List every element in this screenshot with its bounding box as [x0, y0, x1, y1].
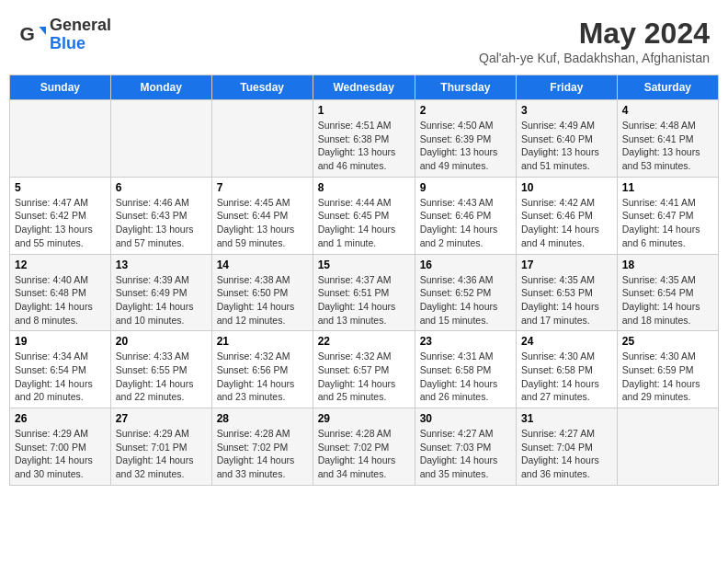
calendar-day-cell: 12Sunrise: 4:40 AM Sunset: 6:48 PM Dayli…	[10, 254, 111, 331]
day-number: 31	[521, 412, 612, 425]
calendar-day-cell: 21Sunrise: 4:32 AM Sunset: 6:56 PM Dayli…	[211, 331, 313, 408]
logo-icon: G	[18, 21, 46, 49]
weekday-header-cell: Saturday	[617, 75, 718, 100]
calendar-week-row: 5Sunrise: 4:47 AM Sunset: 6:42 PM Daylig…	[10, 177, 719, 254]
weekday-header-cell: Monday	[110, 75, 211, 100]
day-number: 5	[15, 181, 106, 194]
day-number: 12	[15, 259, 106, 271]
calendar-day-cell: 2Sunrise: 4:50 AM Sunset: 6:39 PM Daylig…	[415, 100, 516, 178]
day-info: Sunrise: 4:30 AM Sunset: 6:59 PM Dayligh…	[622, 350, 713, 404]
calendar-day-cell	[617, 408, 718, 486]
day-number: 11	[622, 181, 713, 194]
calendar-day-cell: 22Sunrise: 4:32 AM Sunset: 6:57 PM Dayli…	[313, 331, 415, 408]
day-number: 6	[116, 181, 207, 194]
calendar-day-cell	[10, 100, 111, 178]
weekday-header-cell: Sunday	[10, 75, 111, 100]
day-info: Sunrise: 4:27 AM Sunset: 7:04 PM Dayligh…	[521, 427, 612, 481]
calendar-day-cell: 19Sunrise: 4:34 AM Sunset: 6:54 PM Dayli…	[10, 331, 111, 408]
day-info: Sunrise: 4:44 AM Sunset: 6:45 PM Dayligh…	[318, 196, 410, 250]
day-number: 21	[217, 335, 308, 348]
calendar-day-cell: 10Sunrise: 4:42 AM Sunset: 6:46 PM Dayli…	[517, 177, 618, 254]
day-info: Sunrise: 4:38 AM Sunset: 6:50 PM Dayligh…	[217, 273, 308, 327]
svg-text:G: G	[20, 23, 35, 44]
calendar-day-cell: 11Sunrise: 4:41 AM Sunset: 6:47 PM Dayli…	[617, 177, 718, 254]
day-number: 23	[420, 335, 511, 348]
calendar-day-cell: 25Sunrise: 4:30 AM Sunset: 6:59 PM Dayli…	[617, 331, 718, 408]
calendar-day-cell: 6Sunrise: 4:46 AM Sunset: 6:43 PM Daylig…	[110, 177, 211, 254]
day-info: Sunrise: 4:27 AM Sunset: 7:03 PM Dayligh…	[420, 427, 511, 481]
day-info: Sunrise: 4:28 AM Sunset: 7:02 PM Dayligh…	[217, 427, 308, 481]
calendar-day-cell	[110, 100, 211, 178]
day-info: Sunrise: 4:35 AM Sunset: 6:53 PM Dayligh…	[521, 273, 612, 327]
calendar-day-cell: 20Sunrise: 4:33 AM Sunset: 6:55 PM Dayli…	[110, 331, 211, 408]
day-info: Sunrise: 4:32 AM Sunset: 6:57 PM Dayligh…	[318, 350, 410, 404]
calendar-day-cell: 1Sunrise: 4:51 AM Sunset: 6:38 PM Daylig…	[313, 100, 415, 178]
day-info: Sunrise: 4:28 AM Sunset: 7:02 PM Dayligh…	[318, 427, 410, 481]
day-number: 29	[318, 412, 410, 425]
day-info: Sunrise: 4:39 AM Sunset: 6:49 PM Dayligh…	[116, 273, 207, 327]
day-info: Sunrise: 4:50 AM Sunset: 6:39 PM Dayligh…	[420, 119, 511, 173]
calendar-day-cell: 18Sunrise: 4:35 AM Sunset: 6:54 PM Dayli…	[617, 254, 718, 331]
day-number: 30	[420, 412, 511, 425]
day-info: Sunrise: 4:40 AM Sunset: 6:48 PM Dayligh…	[15, 273, 106, 327]
day-info: Sunrise: 4:33 AM Sunset: 6:55 PM Dayligh…	[116, 350, 207, 404]
day-number: 3	[521, 104, 612, 117]
day-number: 8	[318, 181, 410, 194]
day-number: 18	[622, 259, 713, 271]
day-info: Sunrise: 4:35 AM Sunset: 6:54 PM Dayligh…	[622, 273, 713, 327]
day-info: Sunrise: 4:30 AM Sunset: 6:58 PM Dayligh…	[521, 350, 612, 404]
calendar-week-row: 19Sunrise: 4:34 AM Sunset: 6:54 PM Dayli…	[10, 331, 719, 408]
calendar-day-cell: 15Sunrise: 4:37 AM Sunset: 6:51 PM Dayli…	[313, 254, 415, 331]
month-year-title: May 2024	[479, 17, 710, 51]
day-number: 9	[420, 181, 511, 194]
calendar-day-cell: 23Sunrise: 4:31 AM Sunset: 6:58 PM Dayli…	[415, 331, 516, 408]
page-header: G General Blue May 2024 Qal'ah-ye Kuf, B…	[9, 9, 719, 69]
weekday-header-cell: Thursday	[415, 75, 516, 100]
day-info: Sunrise: 4:41 AM Sunset: 6:47 PM Dayligh…	[622, 196, 713, 250]
calendar-day-cell: 28Sunrise: 4:28 AM Sunset: 7:02 PM Dayli…	[211, 408, 313, 486]
weekday-header-cell: Tuesday	[211, 75, 313, 100]
day-number: 22	[318, 335, 410, 348]
calendar-week-row: 1Sunrise: 4:51 AM Sunset: 6:38 PM Daylig…	[10, 100, 719, 178]
day-number: 1	[318, 104, 410, 117]
calendar-day-cell: 7Sunrise: 4:45 AM Sunset: 6:44 PM Daylig…	[211, 177, 313, 254]
day-info: Sunrise: 4:36 AM Sunset: 6:52 PM Dayligh…	[420, 273, 511, 327]
day-number: 26	[15, 412, 106, 425]
calendar-day-cell: 8Sunrise: 4:44 AM Sunset: 6:45 PM Daylig…	[313, 177, 415, 254]
day-number: 19	[15, 335, 106, 348]
calendar-day-cell: 14Sunrise: 4:38 AM Sunset: 6:50 PM Dayli…	[211, 254, 313, 331]
title-block: May 2024 Qal'ah-ye Kuf, Badakhshan, Afgh…	[479, 17, 710, 65]
day-info: Sunrise: 4:34 AM Sunset: 6:54 PM Dayligh…	[15, 350, 106, 404]
logo-general-text: General	[50, 17, 111, 35]
calendar-day-cell	[211, 100, 313, 178]
day-number: 2	[420, 104, 511, 117]
day-number: 10	[521, 181, 612, 194]
day-number: 27	[116, 412, 207, 425]
day-number: 25	[622, 335, 713, 348]
calendar-day-cell: 29Sunrise: 4:28 AM Sunset: 7:02 PM Dayli…	[313, 408, 415, 486]
day-number: 7	[217, 181, 308, 194]
calendar-day-cell: 24Sunrise: 4:30 AM Sunset: 6:58 PM Dayli…	[517, 331, 618, 408]
day-number: 28	[217, 412, 308, 425]
day-number: 13	[116, 259, 207, 271]
day-info: Sunrise: 4:29 AM Sunset: 7:01 PM Dayligh…	[116, 427, 207, 481]
day-info: Sunrise: 4:46 AM Sunset: 6:43 PM Dayligh…	[116, 196, 207, 250]
calendar-day-cell: 17Sunrise: 4:35 AM Sunset: 6:53 PM Dayli…	[517, 254, 618, 331]
day-number: 17	[521, 259, 612, 271]
calendar-day-cell: 30Sunrise: 4:27 AM Sunset: 7:03 PM Dayli…	[415, 408, 516, 486]
day-number: 14	[217, 259, 308, 271]
day-number: 20	[116, 335, 207, 348]
day-info: Sunrise: 4:48 AM Sunset: 6:41 PM Dayligh…	[622, 119, 713, 173]
calendar-day-cell: 16Sunrise: 4:36 AM Sunset: 6:52 PM Dayli…	[415, 254, 516, 331]
day-info: Sunrise: 4:29 AM Sunset: 7:00 PM Dayligh…	[15, 427, 106, 481]
calendar-week-row: 26Sunrise: 4:29 AM Sunset: 7:00 PM Dayli…	[10, 408, 719, 486]
weekday-header-cell: Wednesday	[313, 75, 415, 100]
day-info: Sunrise: 4:47 AM Sunset: 6:42 PM Dayligh…	[15, 196, 106, 250]
calendar-day-cell: 31Sunrise: 4:27 AM Sunset: 7:04 PM Dayli…	[517, 408, 618, 486]
day-info: Sunrise: 4:32 AM Sunset: 6:56 PM Dayligh…	[217, 350, 308, 404]
calendar-table: SundayMondayTuesdayWednesdayThursdayFrid…	[9, 75, 719, 486]
svg-marker-1	[40, 27, 47, 35]
day-number: 15	[318, 259, 410, 271]
location-subtitle: Qal'ah-ye Kuf, Badakhshan, Afghanistan	[479, 51, 710, 65]
day-number: 24	[521, 335, 612, 348]
